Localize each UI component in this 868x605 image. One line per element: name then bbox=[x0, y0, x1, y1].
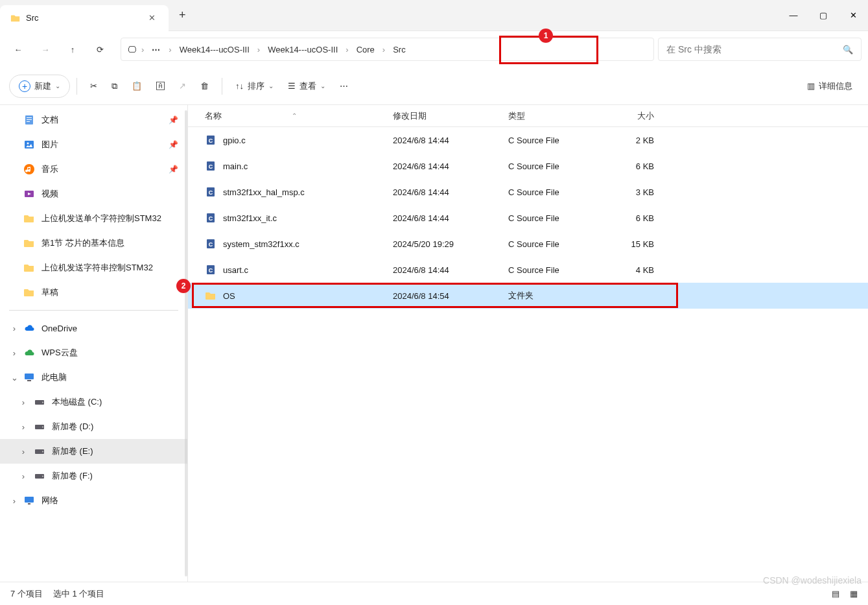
minimize-button[interactable]: — bbox=[779, 3, 808, 29]
file-name: usart.c bbox=[223, 265, 248, 275]
details-label: 详细信息 bbox=[819, 80, 852, 92]
address-bar[interactable]: 🖵 › ⋯ › Week14---ucOS-III › Week14---ucO… bbox=[121, 38, 654, 61]
sidebar-drive-item[interactable]: › 新加卷 (E:) bbox=[0, 439, 187, 464]
rename-icon: 🄰 bbox=[156, 81, 165, 91]
close-tab-button[interactable]: ✕ bbox=[146, 10, 158, 25]
up-button[interactable]: ↑ bbox=[61, 38, 84, 61]
file-type: C Source File bbox=[508, 161, 602, 171]
search-box[interactable]: 🔍 bbox=[658, 38, 862, 61]
sidebar-item-label: 图片 bbox=[41, 139, 58, 150]
sidebar-item[interactable]: 视频 bbox=[0, 182, 187, 206]
file-row[interactable]: stm32f1xx_hal_msp.c 2024/6/8 14:44 C Sou… bbox=[188, 179, 868, 205]
sidebar-item-label: 文档 bbox=[41, 114, 58, 126]
sort-icon: ↑↓ bbox=[235, 81, 244, 91]
pin-icon: 📌 bbox=[169, 115, 178, 125]
search-input[interactable] bbox=[666, 44, 838, 54]
file-name: OS bbox=[223, 291, 235, 301]
rename-button[interactable]: 🄰 bbox=[150, 75, 171, 98]
chevron-right-icon[interactable]: › bbox=[18, 471, 29, 481]
sidebar-item[interactable]: 文档 📌 bbox=[0, 108, 187, 132]
watermark: CSDN @wodeshijiexiela bbox=[763, 575, 862, 586]
file-row[interactable]: system_stm32f1xx.c 2024/5/20 19:29 C Sou… bbox=[188, 231, 868, 257]
cloud2-icon bbox=[23, 347, 35, 359]
chevron-icon[interactable]: › bbox=[9, 348, 19, 358]
more-button[interactable]: ⋯ bbox=[333, 75, 355, 98]
file-row[interactable]: stm32f1xx_it.c 2024/6/8 14:44 C Source F… bbox=[188, 205, 868, 231]
sidebar-drive-item[interactable]: › 新加卷 (D:) bbox=[0, 414, 187, 439]
title-bar: Src ✕ + — ▢ ✕ bbox=[0, 0, 868, 31]
file-name: system_stm32f1xx.c bbox=[223, 239, 299, 249]
drive-icon bbox=[34, 421, 45, 433]
sidebar-item-label: 本地磁盘 (C:) bbox=[52, 396, 102, 408]
chevron-down-icon: ⌄ bbox=[55, 82, 60, 89]
file-row[interactable]: gpio.c 2024/6/8 14:44 C Source File 2 KB bbox=[188, 127, 868, 153]
status-bar: 7 个项目 选中 1 个项目 ▤ ▦ bbox=[0, 582, 868, 605]
chevron-icon[interactable]: › bbox=[9, 324, 19, 333]
video-icon bbox=[23, 188, 35, 200]
sidebar-item[interactable]: 图片 📌 bbox=[0, 132, 187, 157]
toolbar: + 新建 ⌄ ✂ ⧉ 📋 🄰 ↗ 🗑 ↑↓ 排序 ⌄ ☰ 查看 ⌄ ⋯ ▥ 详细… bbox=[0, 67, 868, 105]
file-name: gpio.c bbox=[223, 136, 246, 145]
tab-src[interactable]: Src ✕ bbox=[0, 5, 169, 31]
breadcrumb-item[interactable]: Src bbox=[390, 43, 408, 56]
sidebar-item[interactable]: › OneDrive bbox=[0, 316, 187, 340]
view-thumbnails-icon[interactable]: ▦ bbox=[850, 589, 858, 599]
ellipsis-icon: ⋯ bbox=[340, 81, 348, 91]
breadcrumb-item[interactable]: Week14---ucOS-III bbox=[177, 43, 252, 56]
file-size: 2 KB bbox=[602, 136, 662, 145]
cfile-icon bbox=[205, 134, 217, 146]
sidebar-drive-item[interactable]: › 新加卷 (F:) bbox=[0, 464, 187, 488]
sidebar-item[interactable]: 草稿 bbox=[0, 280, 187, 305]
sidebar-item[interactable]: ⌄ 此电脑 bbox=[0, 365, 187, 390]
trash-icon: 🗑 bbox=[200, 81, 209, 91]
file-date: 2024/6/8 14:44 bbox=[393, 213, 508, 223]
maximize-button[interactable]: ▢ bbox=[808, 3, 838, 29]
column-header-name[interactable]: 名称⌃ bbox=[188, 110, 393, 122]
chevron-icon[interactable]: ⌄ bbox=[9, 373, 19, 383]
chevron-right-icon[interactable]: › bbox=[18, 397, 29, 407]
view-details-icon[interactable]: ▤ bbox=[832, 589, 839, 599]
column-header-size[interactable]: 大小 bbox=[602, 110, 662, 122]
refresh-button[interactable]: ⟳ bbox=[88, 38, 111, 61]
sidebar-drive-item[interactable]: › 本地磁盘 (C:) bbox=[0, 390, 187, 414]
sidebar-item[interactable]: › WPS云盘 bbox=[0, 340, 187, 365]
chevron-right-icon[interactable]: › bbox=[18, 447, 29, 457]
new-label: 新建 bbox=[34, 80, 51, 92]
details-pane-button[interactable]: ▥ 详细信息 bbox=[801, 75, 859, 98]
chevron-right-icon[interactable]: › bbox=[18, 422, 29, 432]
back-button[interactable]: ← bbox=[6, 38, 30, 61]
file-row[interactable]: OS 2024/6/8 14:54 文件夹 bbox=[188, 283, 868, 309]
file-type: C Source File bbox=[508, 213, 602, 223]
sidebar-item[interactable]: 音乐 📌 bbox=[0, 157, 187, 182]
sidebar-item[interactable]: 上位机发送字符串控制STM32 bbox=[0, 255, 187, 280]
file-name: stm32f1xx_hal_msp.c bbox=[223, 187, 305, 197]
copy-button[interactable]: ⧉ bbox=[105, 75, 124, 98]
file-type: C Source File bbox=[508, 136, 602, 145]
sidebar-item[interactable]: 上位机发送单个字符控制STM32 bbox=[0, 206, 187, 231]
breadcrumb-item[interactable]: Week14---ucOS-III bbox=[265, 43, 340, 56]
new-tab-button[interactable]: + bbox=[179, 8, 186, 22]
close-window-button[interactable]: ✕ bbox=[838, 3, 868, 29]
search-icon[interactable]: 🔍 bbox=[843, 45, 853, 54]
drive-icon bbox=[34, 470, 45, 482]
tab-title: Src bbox=[26, 13, 39, 23]
sidebar-item[interactable]: 第1节 芯片的基本信息 bbox=[0, 231, 187, 255]
sidebar-item-network[interactable]: › 网络 bbox=[0, 488, 187, 513]
cfile-icon bbox=[205, 238, 217, 250]
cut-button[interactable]: ✂ bbox=[84, 75, 104, 98]
chevron-right-icon[interactable]: › bbox=[9, 496, 19, 506]
column-header-type[interactable]: 类型 bbox=[508, 110, 602, 122]
view-button[interactable]: ☰ 查看 ⌄ bbox=[281, 75, 332, 98]
delete-button[interactable]: 🗑 bbox=[194, 75, 215, 98]
annotation-marker-1: 1 bbox=[539, 29, 553, 43]
breadcrumb-overflow[interactable]: ⋯ bbox=[149, 45, 163, 54]
column-header-date[interactable]: 修改日期 bbox=[393, 110, 508, 122]
sidebar-item-label: 新加卷 (E:) bbox=[52, 445, 93, 457]
sort-button[interactable]: ↑↓ 排序 ⌄ bbox=[229, 75, 280, 98]
file-row[interactable]: main.c 2024/6/8 14:44 C Source File 6 KB bbox=[188, 153, 868, 179]
file-date: 2024/6/8 14:44 bbox=[393, 187, 508, 197]
file-row[interactable]: usart.c 2024/6/8 14:44 C Source File 4 K… bbox=[188, 257, 868, 283]
drive-icon bbox=[34, 445, 45, 457]
breadcrumb-item[interactable]: Core bbox=[354, 43, 377, 56]
new-button[interactable]: + 新建 ⌄ bbox=[9, 75, 70, 98]
